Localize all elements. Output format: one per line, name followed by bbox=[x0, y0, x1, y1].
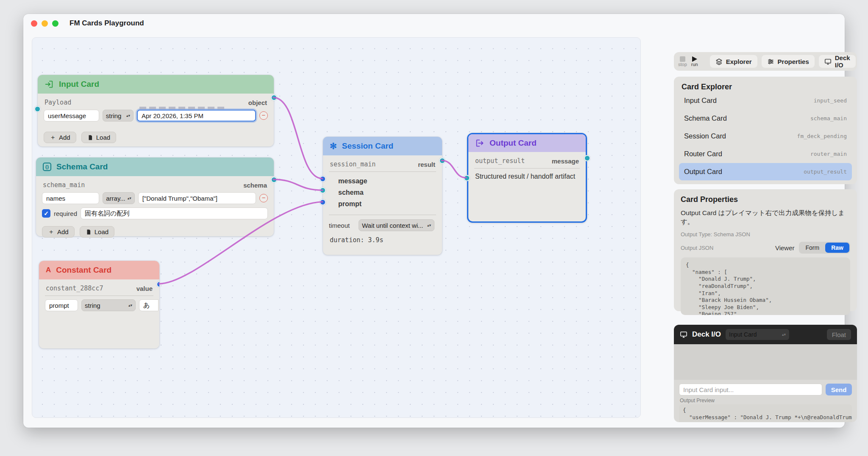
wire-object-to-message bbox=[273, 97, 323, 179]
constant-card-node[interactable]: A Constant Card constant_288cc7 value pr… bbox=[39, 261, 159, 348]
remove-field-button[interactable]: − bbox=[259, 111, 268, 120]
session-card-title: Session Card bbox=[342, 141, 393, 151]
chevron-updown-icon: ▴▾ bbox=[128, 304, 132, 307]
zoom-window-button[interactable] bbox=[52, 20, 58, 27]
load-button[interactable]: Load bbox=[81, 132, 116, 143]
explorer-item-router-card[interactable]: Router Cardrouter_main bbox=[679, 145, 852, 163]
card-explorer-panel: Card Explorer Input Cardinput_seed Schem… bbox=[674, 77, 857, 184]
payload-value-wrap: Apr 20,2026, 1:35 PM bbox=[137, 110, 256, 122]
card-properties-title: Card Properties bbox=[681, 195, 850, 204]
session-schema-port[interactable] bbox=[320, 187, 326, 193]
output-json-label: Output JSON bbox=[681, 245, 713, 251]
output-card-icon bbox=[475, 138, 484, 148]
payload-key-input[interactable]: userMessage bbox=[44, 110, 99, 122]
session-card-icon: ✻ bbox=[330, 141, 337, 151]
run-button[interactable]: run bbox=[691, 56, 698, 67]
stop-button[interactable]: stop bbox=[678, 56, 687, 67]
tab-deck-io[interactable]: Deck I/O bbox=[819, 55, 856, 68]
message-inport-row: message bbox=[329, 175, 436, 187]
add-field-button[interactable]: ＋Add bbox=[42, 226, 75, 238]
plus-icon: ＋ bbox=[48, 228, 54, 236]
input-card-header[interactable]: Input Card bbox=[38, 75, 274, 94]
add-field-button[interactable]: ＋Add bbox=[44, 132, 76, 143]
session-prompt-port[interactable] bbox=[320, 199, 326, 205]
play-icon bbox=[691, 56, 698, 62]
viewer-label: Viewer bbox=[775, 244, 795, 251]
constant-card-title: Constant Card bbox=[56, 265, 111, 275]
required-checkbox[interactable]: ✓ bbox=[42, 209, 50, 218]
raw-tab[interactable]: Raw bbox=[825, 243, 849, 253]
send-button[interactable]: Send bbox=[826, 384, 852, 395]
constant-value-input[interactable]: あ bbox=[139, 299, 159, 311]
schema-inport-row: schema bbox=[329, 187, 436, 198]
schema-card-header[interactable]: {} Schema Card bbox=[36, 158, 274, 176]
input-card-node[interactable]: Input Card Payload object userMessage st… bbox=[38, 75, 274, 146]
explorer-item-session-card[interactable]: Session Cardfm_deck_pending bbox=[679, 127, 852, 145]
schema-type-select[interactable]: array... ▴▾ bbox=[103, 192, 135, 204]
message-port-label: message bbox=[552, 158, 579, 165]
input-card-object-port[interactable] bbox=[271, 94, 277, 101]
app-window: FM Cards Playground Input Card bbox=[23, 14, 845, 428]
session-card-node[interactable]: ✻ Session Card session_main result messa… bbox=[323, 137, 442, 255]
deck-io-title: Deck I/O bbox=[692, 330, 721, 339]
prompt-inport-row: prompt bbox=[329, 198, 436, 210]
deck-io-header: Deck I/O Input Card ▴▾ Float bbox=[674, 325, 857, 344]
titlebar: FM Cards Playground bbox=[23, 14, 845, 33]
output-preview-label: Output Preview bbox=[674, 395, 857, 404]
sidebar-toolbar: stop run Explorer Properties Deck I/O bbox=[674, 52, 857, 71]
load-button[interactable]: Load bbox=[80, 226, 114, 238]
output-card-left-port[interactable] bbox=[464, 175, 470, 181]
tab-explorer[interactable]: Explorer bbox=[710, 55, 757, 68]
output-type-label: Output Type: Schema JSON bbox=[681, 231, 850, 238]
window-title: FM Cards Playground bbox=[70, 19, 144, 28]
deck-io-console bbox=[674, 344, 857, 380]
payload-value-input[interactable]: Apr 20,2026, 1:35 PM bbox=[137, 110, 256, 122]
playmat-canvas[interactable]: Input Card Payload object userMessage st… bbox=[32, 37, 641, 418]
explorer-item-input-card[interactable]: Input Cardinput_seed bbox=[679, 92, 852, 109]
output-card-message-port[interactable] bbox=[584, 155, 590, 161]
minimize-window-button[interactable] bbox=[42, 20, 48, 27]
schema-card-icon: {} bbox=[43, 163, 51, 171]
deck-input-field[interactable]: Input Card input... bbox=[679, 384, 822, 395]
chevron-updown-icon: ▴▾ bbox=[128, 197, 131, 199]
session-id-label: session_main bbox=[330, 160, 376, 168]
document-icon bbox=[86, 229, 92, 235]
session-message-port[interactable] bbox=[320, 176, 326, 182]
output-preview-block[interactable]: { "userMessage" : "Donald J. Trump *+\n@… bbox=[679, 404, 852, 422]
explorer-item-output-card[interactable]: Output Cardoutput_result bbox=[679, 163, 852, 180]
timeout-label: timeout bbox=[329, 222, 355, 229]
description-input[interactable]: 固有名詞の配列 bbox=[81, 207, 268, 219]
timeout-select[interactable]: Wait until context wi... ▴▾ bbox=[359, 219, 434, 231]
display-icon bbox=[680, 331, 687, 338]
constant-type-select[interactable]: string ▴▾ bbox=[81, 299, 136, 311]
explorer-item-schema-card[interactable]: Schema Cardschema_main bbox=[679, 110, 852, 127]
output-id-label: output_result bbox=[475, 157, 525, 165]
viewer-mode-segmented-control: Form Raw bbox=[799, 242, 850, 254]
schema-value-input[interactable]: ["Donald Trump","Obama"] bbox=[138, 192, 256, 204]
wire-schema-to-schema bbox=[273, 180, 323, 190]
layers-icon bbox=[715, 58, 723, 65]
payload-label: Payload bbox=[45, 99, 71, 106]
session-card-header[interactable]: ✻ Session Card bbox=[323, 137, 442, 155]
constant-key-input[interactable]: prompt bbox=[45, 299, 78, 311]
session-result-port[interactable] bbox=[439, 158, 445, 164]
schema-key-input[interactable]: names bbox=[42, 192, 99, 204]
remove-field-button[interactable]: − bbox=[259, 194, 268, 202]
input-card-left-port[interactable] bbox=[34, 106, 41, 112]
result-port-label: result bbox=[418, 161, 435, 168]
schema-card-node[interactable]: {} Schema Card schema_main schema names … bbox=[36, 158, 274, 236]
output-card-header[interactable]: Output Card bbox=[468, 134, 586, 152]
schema-card-schema-port[interactable] bbox=[271, 177, 277, 183]
plus-icon: ＋ bbox=[50, 133, 56, 141]
tab-properties[interactable]: Properties bbox=[762, 55, 815, 68]
duration-label: duration: 3.9s bbox=[329, 236, 436, 244]
card-explorer-title: Card Explorer bbox=[679, 83, 852, 91]
close-window-button[interactable] bbox=[31, 20, 37, 27]
payload-type-select[interactable]: string ▴▾ bbox=[103, 110, 134, 122]
constant-card-header[interactable]: A Constant Card bbox=[39, 261, 159, 279]
output-json-viewer[interactable]: { "names" : [ "Donald J. Trump", "reaDon… bbox=[681, 257, 850, 315]
float-button[interactable]: Float bbox=[827, 329, 851, 340]
output-card-node[interactable]: Output Card output_result message Struct… bbox=[467, 133, 587, 223]
form-tab[interactable]: Form bbox=[800, 243, 826, 253]
deck-card-select[interactable]: Input Card ▴▾ bbox=[726, 329, 789, 340]
